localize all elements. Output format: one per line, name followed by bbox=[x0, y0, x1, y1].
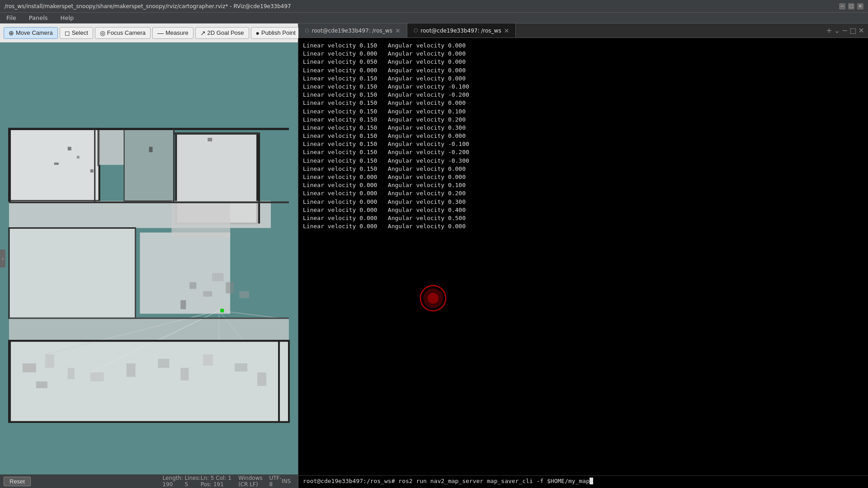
svg-rect-23 bbox=[208, 138, 212, 141]
svg-rect-55 bbox=[174, 132, 260, 135]
terminal-line: Linear velocity 0.150 Angular velocity -… bbox=[303, 91, 863, 99]
svg-rect-42 bbox=[9, 340, 11, 423]
new-tab-button[interactable]: + bbox=[826, 26, 832, 35]
svg-rect-51 bbox=[203, 354, 213, 366]
terminal-line: Linear velocity 0.150 Angular velocity 0… bbox=[303, 108, 863, 116]
terminal-input-area[interactable]: root@cde19e33b497:/ros_ws# ros2 run nav2… bbox=[298, 476, 868, 488]
svg-rect-28 bbox=[212, 273, 223, 281]
tab-dropdown-button[interactable]: ⌄ bbox=[834, 26, 840, 35]
close-button[interactable]: ✕ bbox=[857, 3, 863, 9]
move-camera-label: Move Camera bbox=[16, 29, 53, 36]
menu-file[interactable]: File bbox=[4, 14, 19, 22]
terminal-line: Linear velocity 0.000 Angular velocity 0… bbox=[303, 198, 863, 206]
terminal-output[interactable]: Linear velocity 0.150 Angular velocity 0… bbox=[298, 38, 868, 475]
svg-rect-22 bbox=[149, 147, 153, 152]
measure-label: Measure bbox=[165, 29, 189, 36]
terminal-icon-1: ⬡ bbox=[305, 28, 309, 33]
terminal-panel: ⬡ root@cde19e33b497: /ros_ws ✕ ⬡ root@cd… bbox=[298, 23, 868, 488]
terminal-line: Linear velocity 0.150 Angular velocity -… bbox=[303, 157, 863, 165]
terminal-line: Linear velocity 0.000 Angular velocity 0… bbox=[303, 181, 863, 189]
svg-rect-20 bbox=[54, 163, 59, 165]
map-visualization bbox=[0, 42, 298, 474]
title-bar: /ros_ws/install/makerspet_snoopy/share/m… bbox=[0, 0, 868, 13]
select-button[interactable]: ◻ Select bbox=[60, 27, 93, 39]
svg-rect-52 bbox=[235, 363, 247, 371]
terminal-line: Linear velocity 0.000 Angular velocity 0… bbox=[303, 173, 863, 181]
status-lines: Lines: 5 bbox=[184, 475, 200, 488]
move-camera-icon: ⊕ bbox=[9, 29, 14, 37]
svg-rect-38 bbox=[258, 133, 260, 224]
left-edge-bar[interactable]: › bbox=[0, 249, 5, 267]
terminal-tab-label-1: root@cde19e33b497: /ros_ws bbox=[312, 28, 392, 34]
terminal-line: Linear velocity 0.000 Angular velocity 0… bbox=[303, 206, 863, 214]
menu-panels[interactable]: Panels bbox=[26, 14, 51, 22]
svg-rect-10 bbox=[9, 318, 289, 341]
tab-close-2[interactable]: ✕ bbox=[504, 27, 509, 34]
svg-rect-30 bbox=[239, 291, 249, 298]
2d-goal-pose-button[interactable]: ↗ 2D Goal Pose bbox=[195, 27, 249, 39]
menu-help[interactable]: Help bbox=[58, 14, 77, 22]
terminal-close-button[interactable]: ✕ bbox=[859, 26, 864, 35]
bottom-bar: Reset Length: 190 Lines: 5 Ln: 5 Col: 1 … bbox=[0, 474, 298, 488]
svg-rect-24 bbox=[171, 201, 230, 237]
status-length: Length: 190 bbox=[162, 475, 184, 488]
terminal-line: Linear velocity 0.000 Angular velocity 0… bbox=[303, 66, 863, 75]
goal-pose-icon: ↗ bbox=[200, 29, 206, 37]
terminal-line: Linear velocity 0.150 Angular velocity 0… bbox=[303, 132, 863, 140]
terminal-content[interactable]: Linear velocity 0.150 Angular velocity 0… bbox=[298, 38, 868, 488]
svg-rect-49 bbox=[158, 359, 169, 368]
measure-icon: — bbox=[157, 29, 164, 37]
maximize-button[interactable]: □ bbox=[848, 3, 854, 9]
terminal-tab-2[interactable]: ⬡ root@cde19e33b497: /ros_ws ✕ bbox=[407, 23, 516, 38]
tab-close-1[interactable]: ✕ bbox=[395, 27, 401, 34]
terminal-line: Linear velocity 0.150 Angular velocity -… bbox=[303, 83, 863, 91]
svg-rect-18 bbox=[68, 147, 71, 150]
svg-rect-53 bbox=[257, 372, 266, 386]
move-camera-button[interactable]: ⊕ Move Camera bbox=[4, 27, 58, 39]
terminal-line: Linear velocity 0.150 Angular velocity -… bbox=[303, 148, 863, 156]
select-label: Select bbox=[72, 29, 88, 36]
publish-point-button[interactable]: ● Publish Point bbox=[251, 27, 301, 39]
reset-button[interactable]: Reset bbox=[4, 477, 31, 486]
svg-rect-37 bbox=[220, 309, 224, 312]
svg-rect-16 bbox=[124, 129, 174, 201]
terminal-line: Linear velocity 0.000 Angular velocity 0… bbox=[303, 50, 863, 58]
terminal-line: Linear velocity 0.150 Angular velocity -… bbox=[303, 140, 863, 148]
publish-point-icon: ● bbox=[256, 29, 259, 37]
terminal-line: Linear velocity 0.050 Angular velocity 0… bbox=[303, 58, 863, 66]
terminal-line: Linear velocity 0.150 Angular velocity 0… bbox=[303, 116, 863, 124]
status-charset: UTF-8 bbox=[269, 475, 282, 488]
publish-point-label: Publish Point bbox=[261, 29, 296, 36]
focus-camera-button[interactable]: ◎ Focus Camera bbox=[95, 27, 151, 39]
terminal-cursor bbox=[590, 478, 593, 484]
svg-rect-40 bbox=[9, 421, 289, 423]
svg-rect-47 bbox=[90, 372, 104, 381]
status-encoding: Windows (CR LF) bbox=[238, 475, 269, 488]
svg-rect-25 bbox=[189, 282, 196, 289]
terminal-icon-2: ⬡ bbox=[414, 28, 418, 33]
svg-rect-13 bbox=[9, 128, 11, 202]
svg-rect-19 bbox=[77, 156, 80, 159]
terminal-tab-bar: ⬡ root@cde19e33b497: /ros_ws ✕ ⬡ root@cd… bbox=[298, 23, 868, 38]
minimize-button[interactable]: − bbox=[839, 3, 845, 9]
svg-rect-46 bbox=[68, 368, 75, 379]
terminal-minimize-button[interactable]: − bbox=[842, 26, 848, 35]
terminal-line: Linear velocity 0.150 Angular velocity 0… bbox=[303, 75, 863, 83]
focus-camera-icon: ◎ bbox=[100, 29, 105, 37]
terminal-tab-1[interactable]: ⬡ root@cde19e33b497: /ros_ws ✕ bbox=[298, 23, 407, 38]
terminal-prompt: root@cde19e33b497:/ros_ws# bbox=[303, 478, 398, 484]
2d-goal-pose-label: 2D Goal Pose bbox=[208, 29, 244, 36]
select-icon: ◻ bbox=[65, 29, 70, 37]
svg-rect-44 bbox=[45, 354, 54, 368]
svg-rect-48 bbox=[127, 363, 136, 377]
measure-button[interactable]: — Measure bbox=[152, 27, 193, 39]
status-mode: INS bbox=[282, 478, 291, 484]
terminal-line: Linear velocity 0.150 Angular velocity 0… bbox=[303, 165, 863, 173]
svg-rect-27 bbox=[180, 300, 186, 309]
terminal-maximize-button[interactable]: □ bbox=[849, 26, 856, 35]
viewport[interactable]: › bbox=[0, 42, 298, 474]
svg-rect-41 bbox=[278, 340, 280, 423]
toolbar: ⊕ Move Camera ◻ Select ◎ Focus Camera — … bbox=[0, 23, 298, 42]
svg-rect-6 bbox=[9, 201, 271, 228]
menu-bar: File Panels Help bbox=[0, 13, 868, 23]
